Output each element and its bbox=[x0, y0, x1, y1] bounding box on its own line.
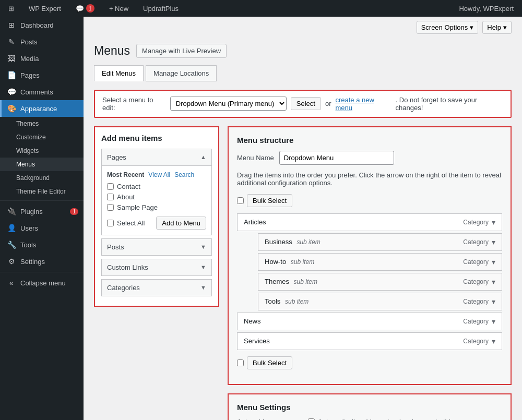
page-header: Menus Manage with Live Preview bbox=[94, 43, 512, 59]
sidebar-item-customize[interactable]: Customize bbox=[0, 130, 84, 144]
manage-live-button[interactable]: Manage with Live Preview bbox=[136, 44, 227, 58]
menu-item-arrow-articles[interactable]: ▾ bbox=[492, 218, 495, 226]
accordion-categories-header[interactable]: Categories ▼ bbox=[102, 280, 211, 296]
sidebar-item-tools[interactable]: 🔧 Tools bbox=[0, 236, 84, 253]
auto-add-controls: Automatically add new top-level pages to… bbox=[308, 418, 472, 420]
checkbox-select-all[interactable] bbox=[107, 220, 114, 226]
sidebar-label-background: Background bbox=[16, 174, 50, 182]
sidebar-item-theme-file-editor[interactable]: Theme File Editor bbox=[0, 185, 84, 198]
menu-row-articles[interactable]: Articles Category ▾ bbox=[237, 213, 502, 231]
screen-options-button[interactable]: Screen Options ▾ bbox=[417, 21, 479, 34]
auto-add-checkbox-label[interactable]: Automatically add new top-level pages to… bbox=[308, 418, 472, 420]
checkbox-contact[interactable] bbox=[107, 183, 114, 190]
auto-add-text: Automatically add new top-level pages to… bbox=[318, 418, 472, 420]
sidebar-label-customize: Customize bbox=[16, 134, 46, 141]
menu-name-row: Menu Name bbox=[237, 151, 502, 165]
sidebar-item-pages[interactable]: 📄 Pages bbox=[0, 67, 84, 83]
menu-item-arrow-services[interactable]: ▾ bbox=[492, 337, 495, 345]
menu-item-arrow-business[interactable]: ▾ bbox=[492, 238, 495, 246]
sidebar-item-media[interactable]: 🖼 Media bbox=[0, 50, 84, 67]
bulk-select-checkbox-bottom[interactable] bbox=[237, 359, 244, 366]
settings-row-auto-add: Auto add pages Automatically add new top… bbox=[237, 418, 502, 420]
sidebar-item-comments[interactable]: 💬 Comments bbox=[0, 83, 84, 100]
accordion-pages: Pages ▲ Most Recent View All Search bbox=[101, 149, 212, 235]
help-button[interactable]: Help ▾ bbox=[482, 21, 512, 34]
wp-expert-label: WP Expert bbox=[29, 5, 61, 13]
menu-row-services[interactable]: Services Category ▾ bbox=[237, 332, 502, 350]
sidebar-label-pages: Pages bbox=[20, 71, 40, 79]
drag-hint: Drag the items into the order you prefer… bbox=[237, 171, 502, 187]
accordion-custom-links-header[interactable]: Custom Links ▼ bbox=[102, 259, 211, 275]
updraftplus-label: UpdraftPlus bbox=[143, 5, 179, 13]
sidebar-item-plugins[interactable]: 🔌 Plugins 1 bbox=[0, 203, 84, 220]
sidebar-item-dashboard[interactable]: ⊞ Dashboard bbox=[0, 17, 84, 33]
menu-name-label: Menu Name bbox=[237, 154, 274, 162]
add-to-menu-button[interactable]: Add to Menu bbox=[156, 217, 206, 230]
menu-row-news[interactable]: News Category ▾ bbox=[237, 313, 502, 330]
updraftplus-link[interactable]: UpdraftPlus bbox=[139, 0, 183, 17]
media-icon: 🖼 bbox=[7, 54, 16, 63]
accordion-custom-links-chevron: ▼ bbox=[200, 264, 206, 270]
tab-search[interactable]: Search bbox=[174, 171, 194, 178]
menu-item-arrow-tools[interactable]: ▾ bbox=[492, 297, 495, 306]
menu-item-badge-business: Category bbox=[463, 238, 489, 246]
menu-row-tools[interactable]: Tools sub item Category ▾ bbox=[258, 293, 502, 310]
sidebar-label-appearance: Appearance bbox=[20, 105, 57, 113]
sidebar-item-menus[interactable]: Menus bbox=[0, 158, 84, 171]
new-label: + New bbox=[109, 5, 128, 13]
sidebar-item-widgets[interactable]: Widgets bbox=[0, 144, 84, 158]
sidebar-label-posts: Posts bbox=[20, 38, 38, 46]
sidebar-item-users[interactable]: 👤 Users bbox=[0, 220, 84, 236]
tab-view-all[interactable]: View All bbox=[148, 171, 170, 178]
menu-name-input[interactable] bbox=[279, 151, 394, 165]
bulk-select-checkbox-top[interactable] bbox=[237, 197, 244, 204]
wp-logo[interactable]: ⊞ bbox=[4, 0, 18, 17]
new-content-link[interactable]: + New bbox=[105, 0, 133, 17]
accordion-pages-header[interactable]: Pages ▲ bbox=[102, 149, 211, 165]
menu-settings-box: Menu Settings Auto add pages Automatical… bbox=[228, 393, 512, 420]
menu-select-dropdown[interactable]: Dropdown Menu (Primary menu) bbox=[170, 97, 287, 111]
sidebar-item-themes[interactable]: Themes bbox=[0, 117, 84, 130]
page-label-sample: Sample Page bbox=[117, 203, 158, 211]
menu-item-badge-news: Category bbox=[463, 318, 489, 325]
menu-item-arrow-news[interactable]: ▾ bbox=[492, 317, 495, 326]
tab-most-recent[interactable]: Most Recent bbox=[107, 171, 144, 178]
checkbox-sample[interactable] bbox=[107, 204, 114, 211]
create-new-menu-link[interactable]: create a new menu bbox=[335, 96, 391, 112]
menu-item-arrow-themes[interactable]: ▾ bbox=[492, 278, 495, 286]
comments-link[interactable]: 💬 1 bbox=[72, 0, 99, 17]
plugins-icon: 🔌 bbox=[7, 207, 16, 215]
sidebar-item-background[interactable]: Background bbox=[0, 171, 84, 185]
accordion-posts-header[interactable]: Posts ▼ bbox=[102, 239, 211, 255]
menu-row-business[interactable]: Business sub item Category ▾ bbox=[258, 233, 502, 251]
select-all-label[interactable]: Select All bbox=[107, 219, 145, 227]
accordion-posts: Posts ▼ bbox=[101, 238, 212, 256]
menu-item-right-news: Category ▾ bbox=[463, 317, 495, 326]
menu-row-themes[interactable]: Themes sub item Category ▾ bbox=[258, 273, 502, 291]
menu-structure-title: Menu structure bbox=[237, 136, 502, 145]
help-chevron: ▾ bbox=[503, 23, 507, 31]
sidebar-label-media: Media bbox=[20, 55, 39, 63]
sidebar-item-collapse[interactable]: « Collapse menu bbox=[0, 274, 84, 291]
tab-edit-menus[interactable]: Edit Menus bbox=[94, 65, 144, 81]
sidebar-item-settings[interactable]: ⚙ Settings bbox=[0, 253, 84, 270]
nav-tabs: Edit Menus Manage Locations bbox=[94, 65, 512, 81]
bulk-select-button-top[interactable]: Bulk Select bbox=[247, 194, 292, 207]
page-title: Menus bbox=[94, 43, 130, 59]
sidebar-item-posts[interactable]: ✎ Posts bbox=[0, 33, 84, 50]
howdy-link[interactable]: Howdy, WPExpert bbox=[455, 0, 518, 17]
admin-bar: ⊞ WP Expert 💬 1 + New UpdraftPlus Howdy,… bbox=[0, 0, 522, 17]
bulk-select-row-bottom: Bulk Select bbox=[237, 356, 502, 369]
site-name-link[interactable]: WP Expert bbox=[25, 0, 65, 17]
sidebar-item-appearance[interactable]: 🎨 Appearance bbox=[0, 100, 84, 117]
menus-layout: Add menu items Pages ▲ Most Recent View … bbox=[94, 126, 512, 420]
toolbar-top: Screen Options ▾ Help ▾ bbox=[84, 17, 522, 38]
checkbox-about[interactable] bbox=[107, 194, 114, 200]
collapse-icon: « bbox=[7, 279, 16, 287]
menu-row-howto[interactable]: How-to sub item Category ▾ bbox=[258, 253, 502, 271]
select-menu-button[interactable]: Select bbox=[291, 97, 321, 110]
menu-item-arrow-howto[interactable]: ▾ bbox=[492, 258, 495, 266]
accordion-custom-links-label: Custom Links bbox=[107, 263, 148, 271]
bulk-select-button-bottom[interactable]: Bulk Select bbox=[247, 356, 292, 369]
tab-manage-locations[interactable]: Manage Locations bbox=[146, 65, 217, 81]
